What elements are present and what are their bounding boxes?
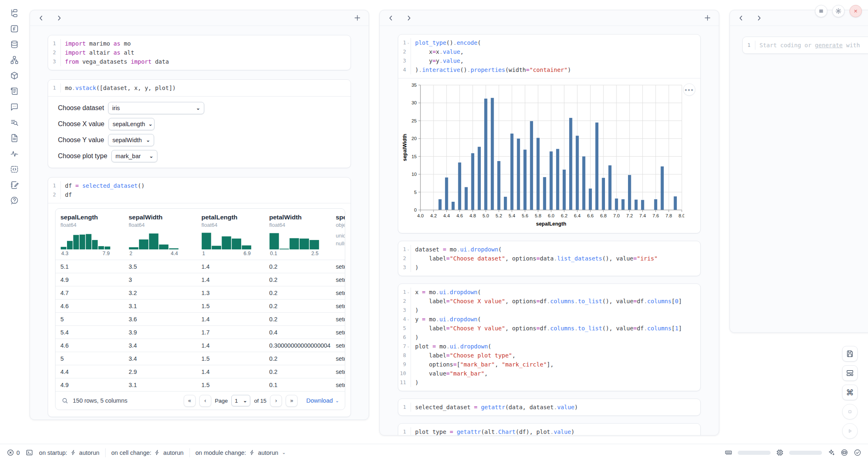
chevron-left-icon[interactable] xyxy=(37,14,45,22)
sidebar-item-functions-icon[interactable] xyxy=(9,24,19,34)
choose-plot-type-select[interactable]: mark_bar⌄ xyxy=(111,150,157,162)
table-row[interactable]: 4.42.91.40.2setosa xyxy=(55,365,345,378)
table-row[interactable]: 4.73.21.30.2setosa xyxy=(55,286,345,299)
line-gutter: 1 xyxy=(398,427,411,436)
error-count-badge[interactable]: 0 xyxy=(7,449,20,456)
table-cell: setosa xyxy=(331,303,345,309)
column-header-sepalWidth[interactable]: sepalWidthfloat6424.4 xyxy=(124,214,196,256)
sidebar-item-file-tree-icon[interactable] xyxy=(9,8,19,18)
run-config-3[interactable]: on module change:autorun⌄ xyxy=(196,449,286,456)
chevron-right-icon[interactable] xyxy=(405,14,413,22)
code-editor-plot[interactable]: 1⌄plot_type().encode(2 x=x.value,3 y=y.v… xyxy=(398,35,700,78)
code-editor-empty[interactable]: 1 Start coding or generate with xyxy=(743,37,868,53)
copilot-icon[interactable] xyxy=(840,449,848,456)
table-cell: 4.6 xyxy=(55,303,124,309)
code-editor-dataset[interactable]: 1⌄dataset = mo.ui.dropdown(2 label="Choo… xyxy=(398,241,700,276)
table-row[interactable]: 4.63.11.50.2setosa xyxy=(55,299,345,312)
sidebar-item-search-list-icon[interactable] xyxy=(9,118,19,127)
prev-page-button[interactable]: ‹ xyxy=(199,395,211,407)
sidebar-item-tracing-icon[interactable] xyxy=(9,149,19,159)
table-row[interactable]: 4.931.40.2setosa xyxy=(55,273,345,286)
column-header-petalWidth[interactable]: petalWidthfloat640.12.5 xyxy=(264,214,331,256)
code-line: 3 y=y.value, xyxy=(398,56,700,65)
settings-gear-icon[interactable] xyxy=(832,5,845,17)
terminal-icon[interactable] xyxy=(25,449,33,456)
search-icon[interactable] xyxy=(61,397,69,404)
first-page-button[interactable]: « xyxy=(184,395,196,407)
connection-check-icon[interactable] xyxy=(854,449,861,456)
table-cell: 3.6 xyxy=(124,316,196,323)
choose-dataset-select[interactable]: iris⌄ xyxy=(108,102,204,114)
chart-menu-icon[interactable]: ●●● xyxy=(683,83,695,96)
svg-text:4.2: 4.2 xyxy=(430,213,437,218)
chevron-left-icon[interactable] xyxy=(387,14,395,22)
svg-text:sepalLength: sepalLength xyxy=(536,221,566,227)
close-icon[interactable] xyxy=(850,5,862,17)
table-row[interactable]: 53.61.40.2setosa xyxy=(55,312,345,325)
table-row[interactable]: 5.13.51.40.2setosa xyxy=(55,260,345,273)
sidebar-item-dependency-graph-icon[interactable] xyxy=(9,55,19,65)
table-cell: setosa xyxy=(331,355,345,362)
table-row[interactable]: 4.93.11.50.1setosa xyxy=(55,378,345,391)
table-summary: 150 rows, 5 columns xyxy=(73,397,127,404)
page-select[interactable]: 1 ⌄ xyxy=(231,395,250,406)
next-page-button[interactable]: › xyxy=(270,395,282,407)
svg-text:5.8: 5.8 xyxy=(535,213,541,218)
chevron-down-icon: ⌄ xyxy=(146,137,150,143)
line-gutter: 2 xyxy=(398,254,411,263)
add-cell-icon[interactable] xyxy=(704,14,711,22)
table-row[interactable]: 4.63.41.40.30000000000000004setosa xyxy=(55,339,345,352)
sidebar-item-logs-icon[interactable] xyxy=(9,86,19,96)
choose-y-value-select[interactable]: sepalWidth⌄ xyxy=(108,134,154,146)
sidebar-item-chat-icon[interactable] xyxy=(9,102,19,112)
menu-icon[interactable] xyxy=(815,5,827,17)
svg-text:6.6: 6.6 xyxy=(587,213,593,218)
code-editor-df[interactable]: 1df = selected_dataset()2df xyxy=(48,177,351,203)
ai-sparkles-icon[interactable] xyxy=(827,449,835,456)
altair-bar-chart[interactable]: 4.04.24.44.64.85.05.25.45.65.86.06.26.46… xyxy=(402,82,684,230)
code-editor-imports[interactable]: 1import marimo as mo2import altair as al… xyxy=(48,35,351,70)
code-text: x = mo.ui.dropdown( xyxy=(411,288,700,297)
stop-icon[interactable] xyxy=(842,404,858,420)
code-editor-vstack[interactable]: 1mo.vstack([dataset, x, y, plot]) xyxy=(48,80,351,96)
sidebar-item-scratchpad-icon[interactable] xyxy=(9,180,19,190)
run-config-1[interactable]: on startup:autorun xyxy=(39,449,99,456)
cell-selected-dataset: 1selected_dataset = getattr(data, datase… xyxy=(398,399,701,416)
run-icon[interactable] xyxy=(842,423,858,439)
table-row[interactable]: 53.41.50.2setosa xyxy=(55,352,345,365)
code-line: 1import marimo as mo xyxy=(48,39,351,48)
code-editor-plot-type[interactable]: 1plot_type = getattr(alt.Chart(df), plot… xyxy=(398,424,700,436)
column-header-species[interactable]: speciesobjectunique:nulls: xyxy=(331,214,345,256)
keyboard-shortcuts-icon[interactable]: ⌘ xyxy=(842,385,858,400)
chevron-right-icon[interactable] xyxy=(55,14,63,22)
code-editor-xy-plot[interactable]: 1⌄x = mo.ui.dropdown(2 label="Choose X v… xyxy=(398,284,700,391)
last-page-button[interactable]: » xyxy=(286,395,298,407)
layout-icon[interactable] xyxy=(842,365,858,381)
svg-text:4.0: 4.0 xyxy=(417,213,424,218)
sidebar-item-snippets-icon[interactable] xyxy=(9,133,19,143)
sidebar-item-help-icon[interactable] xyxy=(9,196,19,205)
notebook-column-2: 1⌄plot_type().encode(2 x=x.value,3 y=y.v… xyxy=(379,10,719,436)
choose-x-value-select[interactable]: sepalLength⌄ xyxy=(108,118,155,130)
column-header-sepalLength[interactable]: sepalLengthfloat644.37.9 xyxy=(55,214,124,256)
sidebar-item-packages-icon[interactable] xyxy=(9,71,19,81)
download-button[interactable]: Download ⌄ xyxy=(306,397,339,404)
column-histogram xyxy=(269,230,319,249)
sidebar-item-code-block-icon[interactable] xyxy=(9,164,19,174)
code-editor-selected-dataset[interactable]: 1selected_dataset = getattr(data, datase… xyxy=(398,399,700,415)
add-cell-icon[interactable] xyxy=(353,14,361,22)
save-icon[interactable] xyxy=(842,346,858,362)
cell-empty: 1 Start coding or generate with xyxy=(742,37,868,54)
sidebar-item-database-icon[interactable] xyxy=(9,39,19,49)
panel-1-header xyxy=(30,10,369,26)
line-gutter: 3 xyxy=(398,263,411,272)
fold-caret-icon: ⌄ xyxy=(406,315,411,324)
column-header-petalLength[interactable]: petalLengthfloat6416.9 xyxy=(196,214,264,256)
table-row[interactable]: 5.43.91.70.4setosa xyxy=(55,325,345,339)
cpu-icon xyxy=(776,449,784,456)
line-gutter: 6 xyxy=(398,333,411,342)
generate-link[interactable]: generate xyxy=(815,42,843,48)
run-config-2[interactable]: on cell change:autorun xyxy=(111,449,184,456)
chevron-left-icon[interactable] xyxy=(737,14,745,22)
chevron-right-icon[interactable] xyxy=(755,14,763,22)
